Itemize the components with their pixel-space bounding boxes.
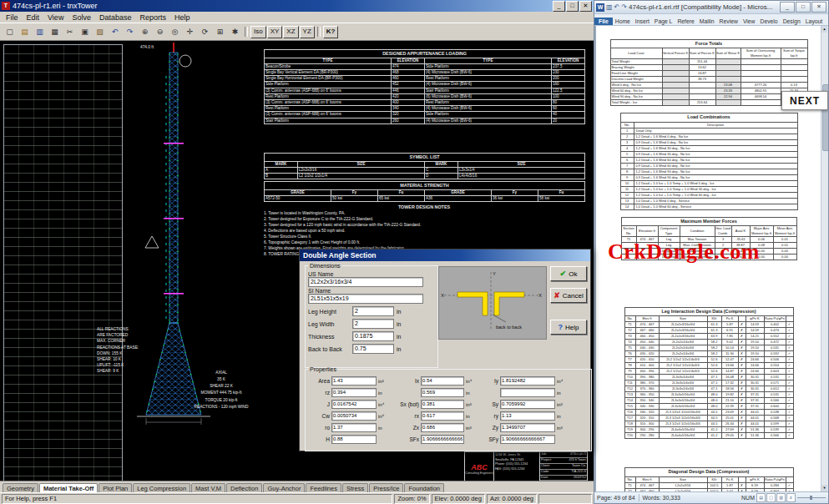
property-input[interactable]: 1.13	[500, 411, 555, 421]
bottom-tab[interactable]: Plot Plan	[99, 483, 132, 492]
property-input[interactable]: 1.37	[331, 423, 377, 432]
grid-icon[interactable]: ⊞	[213, 25, 227, 38]
maximize-button[interactable]: □	[796, 2, 811, 13]
close-button[interactable]: ✕	[579, 1, 592, 12]
zoom-extents-icon[interactable]: ◎	[168, 25, 182, 38]
minimize-button[interactable]: _	[553, 1, 565, 12]
rotate-icon[interactable]: ⟳	[198, 25, 212, 38]
ribbon-tab[interactable]: Mailin	[697, 18, 717, 25]
us-name-input[interactable]: 2L2x2x3/16x3/4	[308, 277, 423, 287]
property-input[interactable]	[500, 388, 555, 397]
full-screen-icon[interactable]: ▢	[766, 493, 776, 502]
bottom-tab[interactable]: Stress	[342, 483, 368, 492]
zoom-in-icon[interactable]: ⊕	[138, 25, 152, 38]
status-page-count[interactable]: Page: 49 of 84	[597, 495, 635, 501]
menu-item[interactable]: Reports	[135, 13, 170, 22]
menu-item[interactable]: Solve	[68, 13, 95, 22]
print-icon[interactable]: ▦	[48, 25, 62, 38]
si-name-input[interactable]: 2L51x51x5x19	[308, 294, 423, 304]
close-button[interactable]: ✕	[811, 2, 826, 13]
zoom-slider[interactable]	[797, 497, 826, 498]
undo-icon[interactable]: ↶	[108, 25, 122, 38]
bottom-tab[interactable]: Press/Ice	[369, 483, 403, 492]
ribbon-tab[interactable]: Refere	[675, 18, 696, 25]
new-icon[interactable]: ▢	[3, 25, 17, 38]
web-layout-icon[interactable]: ▥	[776, 493, 786, 502]
redo-icon[interactable]: ↷	[123, 25, 137, 38]
property-input[interactable]: 0.381	[421, 400, 464, 409]
ribbon-tab[interactable]: File	[594, 18, 613, 25]
save-icon[interactable]: ▥	[33, 25, 47, 38]
dimension-input[interactable]: 0.1875	[352, 331, 394, 341]
menu-item[interactable]: Database	[95, 13, 136, 22]
dimension-input[interactable]: 0.75	[352, 344, 394, 354]
print-layout-icon[interactable]: ▤	[756, 493, 766, 502]
bottom-tab[interactable]: Deflection	[226, 483, 262, 492]
bottom-tab[interactable]: Feedlines	[306, 483, 341, 492]
open-icon[interactable]: ▤	[18, 25, 32, 38]
dimension-input[interactable]: 2	[352, 319, 394, 329]
cut-icon[interactable]: ✂	[63, 25, 77, 38]
help-button[interactable]: ?Help	[550, 320, 587, 335]
property-input[interactable]: 0.617	[421, 411, 464, 421]
view-orientation-button[interactable]: Iso	[250, 26, 266, 38]
status-word-count[interactable]: Words: 30,333	[643, 495, 680, 501]
property-input[interactable]: 1.8192482	[500, 376, 555, 386]
ribbon-tab[interactable]: Home	[613, 18, 633, 25]
bottom-tab[interactable]: Material Take-Off	[39, 483, 98, 492]
cancel-button[interactable]: ✘Cancel	[550, 288, 587, 303]
ribbon-tab[interactable]: View	[741, 18, 758, 25]
ribbon-tab[interactable]: Insert	[633, 18, 652, 25]
menu-item[interactable]: View	[43, 13, 68, 22]
zoom-out-icon[interactable]: ⊖	[153, 25, 167, 38]
context-help-button[interactable]: K?	[323, 26, 339, 38]
menu-item[interactable]: Edit	[23, 13, 44, 22]
paste-icon[interactable]: ▧	[93, 25, 107, 38]
bottom-tab[interactable]: Foundation	[404, 483, 444, 492]
next-overlay-button[interactable]: NEXT	[781, 91, 828, 110]
view-orientation-button[interactable]: XY	[267, 26, 283, 38]
ribbon-tab[interactable]: Develo	[757, 18, 780, 25]
menu-item[interactable]: File	[2, 13, 23, 22]
draft-view-icon[interactable]: ≡	[786, 493, 796, 502]
dialog-title-bar[interactable]: Double Angle Section	[300, 249, 590, 261]
property-input[interactable]: 1.3499707	[500, 423, 555, 432]
view-orientation-button[interactable]: YZ	[300, 26, 315, 38]
bottom-tab[interactable]: Geometry	[3, 483, 38, 492]
property-input[interactable]: 0.686	[421, 423, 464, 432]
scroll-down-arrow[interactable]: ▼	[821, 485, 827, 491]
menu-item[interactable]: Help	[170, 13, 195, 22]
scroll-up-arrow[interactable]: ▲	[821, 26, 827, 33]
property-input[interactable]: 0.569	[421, 388, 464, 397]
property-input[interactable]: 0.0167542	[331, 400, 377, 409]
property-input[interactable]: 1.43	[331, 376, 377, 386]
undo-icon[interactable]: ↶	[614, 3, 620, 11]
tnx-title-bar[interactable]: T 474cs-pl-r1.eri - tnxTower _□✕	[0, 0, 594, 12]
property-input[interactable]: 1.90666666666667	[421, 435, 464, 444]
property-input[interactable]: 0.394	[331, 388, 377, 397]
property-input[interactable]: 1.90666666666667	[500, 435, 555, 444]
ribbon-tab[interactable]: Review	[717, 18, 741, 25]
property-input[interactable]: 0.54	[421, 376, 464, 386]
word-title-bar[interactable]: W ▥↶↷ 474cs-pl-r1.eri.rtf [Compatibility…	[594, 1, 828, 14]
property-input[interactable]: 0.7059992	[500, 400, 555, 409]
options-icon[interactable]: ✱	[228, 25, 242, 38]
redo-icon[interactable]: ↷	[621, 3, 627, 11]
ok-button[interactable]: ✔Ok	[550, 266, 587, 281]
dimension-input[interactable]: 2	[352, 306, 394, 316]
view-orientation-button[interactable]: XZ	[283, 26, 298, 38]
minimize-button[interactable]: _	[780, 2, 795, 13]
ribbon-tab[interactable]: Page L	[652, 18, 675, 25]
bottom-tab[interactable]: Guy-Anchor	[263, 483, 305, 492]
property-input[interactable]: 0.88	[331, 435, 377, 444]
zoom-slider-knob[interactable]	[810, 496, 812, 500]
bottom-tab[interactable]: Leg Compression	[133, 483, 190, 492]
property-input[interactable]: 0.0050734	[331, 411, 377, 421]
ribbon-tab[interactable]: Layout	[803, 18, 825, 25]
maximize-button[interactable]: □	[566, 1, 579, 12]
bottom-tab[interactable]: Mast V,M	[191, 483, 225, 492]
copy-icon[interactable]: ▣	[78, 25, 92, 38]
pan-icon[interactable]: ✛	[183, 25, 197, 38]
ribbon-tab[interactable]: Design	[781, 18, 803, 25]
save-icon[interactable]: ▥	[606, 3, 613, 11]
